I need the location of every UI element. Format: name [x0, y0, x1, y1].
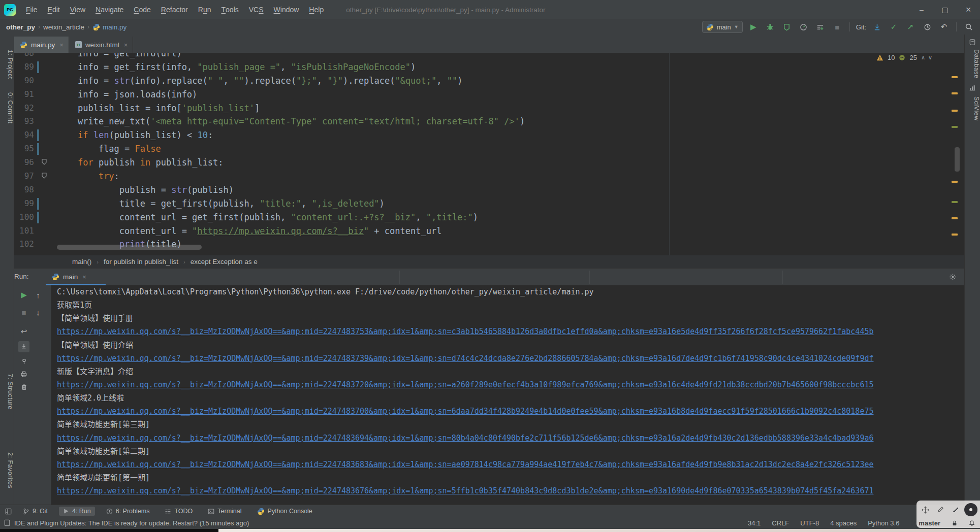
console-link[interactable]: https://mp.weixin.qq.com/s?__biz=MzIzODM… — [51, 378, 980, 391]
notifications-icon[interactable] — [969, 520, 975, 526]
git-commit-icon[interactable]: ✓ — [888, 21, 900, 33]
overlay-pen-icon[interactable] — [934, 503, 947, 516]
stop-button[interactable]: ■ — [18, 307, 29, 318]
status-message[interactable]: IDE and Plugin Updates: The IDE is ready… — [14, 519, 249, 527]
prev-problem-icon[interactable]: ∧ — [921, 54, 925, 61]
run-console-output[interactable]: C:\Users\tomxi\AppData\Local\Programs\Py… — [51, 285, 980, 505]
error-stripe-mark[interactable] — [952, 126, 958, 128]
coverage-icon[interactable] — [781, 21, 793, 33]
minimize-button[interactable]: – — [910, 0, 933, 19]
tool-window-button-4-run[interactable]: 4: Run — [59, 507, 95, 516]
editor-code-area[interactable]: 88 info = get_info(url)89 info = get_fir… — [14, 53, 965, 255]
git-push-icon[interactable]: ↗ — [904, 21, 916, 33]
rollback-icon[interactable]: ↶ — [938, 21, 950, 33]
debug-icon[interactable] — [764, 21, 776, 33]
error-stripe-mark[interactable] — [952, 76, 958, 78]
tool-window-button-python-console[interactable]: Python Console — [253, 507, 317, 516]
git-update-icon[interactable] — [871, 21, 883, 33]
lock-icon[interactable] — [952, 520, 958, 526]
profiler-icon[interactable] — [798, 21, 810, 33]
sidebar-item-database[interactable]: Database — [965, 48, 980, 80]
overlay-record-icon[interactable] — [964, 503, 977, 516]
scroll-to-end-icon[interactable] — [18, 341, 29, 352]
gear-icon[interactable] — [949, 273, 957, 281]
tool-window-button-terminal[interactable]: Terminal — [204, 507, 245, 516]
line-ending[interactable]: CRLF — [772, 519, 789, 527]
editor-vertical-scrollbar[interactable] — [955, 147, 960, 172]
fold-marker-icon[interactable] — [41, 159, 47, 165]
tool-window-switcher-icon[interactable] — [5, 508, 12, 515]
rerun-button[interactable]: ▶ — [18, 289, 29, 301]
run-tab-main[interactable]: main × — [46, 269, 92, 285]
sidebar-item-favorites[interactable]: 2: Favorites — [0, 449, 14, 492]
sidebar-item-sciview[interactable]: SciView — [965, 93, 980, 124]
console-link[interactable]: https://mp.weixin.qq.com/s?__biz=MzIzODM… — [51, 484, 980, 497]
sidebar-item-commit[interactable]: 0: Commit — [0, 89, 14, 127]
breadcrumb-item-other_py[interactable]: other_py — [6, 23, 35, 31]
search-everywhere-icon[interactable] — [963, 21, 975, 33]
editor-breadcrumb-item[interactable]: except Exception as e — [191, 258, 258, 265]
menu-item-run[interactable]: Run — [193, 0, 216, 19]
error-stripe-mark[interactable] — [952, 181, 958, 183]
console-link[interactable]: https://mp.weixin.qq.com/s?__biz=MzIzODM… — [51, 431, 980, 445]
error-stripe-mark[interactable] — [952, 234, 958, 236]
print-icon[interactable] — [18, 369, 29, 380]
menu-item-navigate[interactable]: Navigate — [90, 0, 129, 19]
console-link[interactable]: https://mp.weixin.qq.com/s?__biz=MzIzODM… — [51, 325, 980, 338]
menu-item-code[interactable]: Code — [129, 0, 155, 19]
fold-marker-icon[interactable] — [41, 173, 47, 179]
overlay-move-icon[interactable] — [919, 503, 932, 516]
menu-item-tools[interactable]: Tools — [216, 0, 244, 19]
tool-window-button-todo[interactable]: TODO — [161, 507, 197, 516]
clear-all-icon[interactable] — [18, 382, 29, 393]
run-button[interactable]: ▶ — [747, 21, 760, 33]
editor-horizontal-scrollbar[interactable] — [57, 245, 202, 250]
stop-button[interactable]: ■ — [831, 21, 843, 33]
close-button[interactable]: ✕ — [957, 0, 980, 19]
close-icon[interactable]: × — [82, 273, 86, 281]
overlay-brush-icon[interactable] — [949, 503, 962, 516]
console-link[interactable]: https://mp.weixin.qq.com/s?__biz=MzIzODM… — [51, 458, 980, 471]
caret-position[interactable]: 34:1 — [748, 519, 761, 527]
menu-item-edit[interactable]: Edit — [43, 0, 65, 19]
menu-item-refactor[interactable]: Refactor — [156, 0, 193, 19]
error-stripe-mark[interactable] — [952, 217, 958, 219]
close-icon[interactable]: × — [59, 41, 64, 49]
ide-update-icon[interactable] — [4, 519, 10, 526]
error-stripe-mark[interactable] — [952, 201, 958, 203]
editor-tab-main.py[interactable]: main.py× — [14, 37, 69, 53]
error-stripe-mark[interactable] — [952, 110, 958, 112]
sidebar-item-structure[interactable]: 7: Structure — [0, 370, 14, 413]
breadcrumb-item-weixin_article[interactable]: weixin_article — [43, 23, 84, 31]
console-link[interactable]: https://mp.weixin.qq.com/s?__biz=MzIzODM… — [51, 405, 980, 418]
run-anything-icon[interactable] — [814, 21, 827, 33]
console-link[interactable]: https://mp.weixin.qq.com/s?__biz=MzIzODM… — [51, 352, 980, 365]
menu-item-window[interactable]: Window — [269, 0, 304, 19]
breadcrumb-item-main.py[interactable]: main.py — [92, 23, 127, 31]
menu-item-view[interactable]: View — [65, 0, 90, 19]
editor-breadcrumb-item[interactable]: for publish in publish_list — [104, 258, 178, 265]
menu-item-file[interactable]: File — [21, 0, 43, 19]
soft-wrap-icon[interactable]: ↩ — [18, 326, 29, 337]
up-stack-icon[interactable]: ↑ — [33, 289, 44, 301]
run-configuration-selector[interactable]: main ▼ — [702, 21, 743, 33]
close-icon[interactable]: × — [124, 41, 128, 49]
git-branch-widget[interactable]: master — [910, 519, 940, 527]
maximize-button[interactable]: ▢ — [933, 0, 957, 19]
python-interpreter[interactable]: Python 3.6 — [868, 519, 899, 527]
next-problem-icon[interactable]: ∨ — [928, 54, 932, 61]
sidebar-item-project[interactable]: 1: Project — [0, 47, 14, 82]
down-stack-icon[interactable]: ↓ — [33, 307, 44, 318]
tool-window-button-6-problems[interactable]: 6: Problems — [102, 507, 154, 516]
pin-icon[interactable] — [18, 355, 29, 367]
indent-setting[interactable]: 4 spaces — [830, 519, 857, 527]
menu-item-vcs[interactable]: VCS — [244, 0, 269, 19]
tool-window-button-9-git[interactable]: 9: Git — [19, 507, 52, 516]
error-stripe-mark[interactable] — [952, 92, 958, 94]
editor-breadcrumb-item[interactable]: main() — [72, 258, 91, 265]
history-icon[interactable] — [921, 21, 933, 33]
inspections-widget[interactable]: 10 25 ∧∨ — [876, 54, 932, 61]
menu-item-help[interactable]: Help — [304, 0, 329, 19]
editor-tab-weixin.html[interactable]: Hweixin.html× — [69, 37, 133, 53]
file-encoding[interactable]: UTF-8 — [800, 519, 819, 527]
